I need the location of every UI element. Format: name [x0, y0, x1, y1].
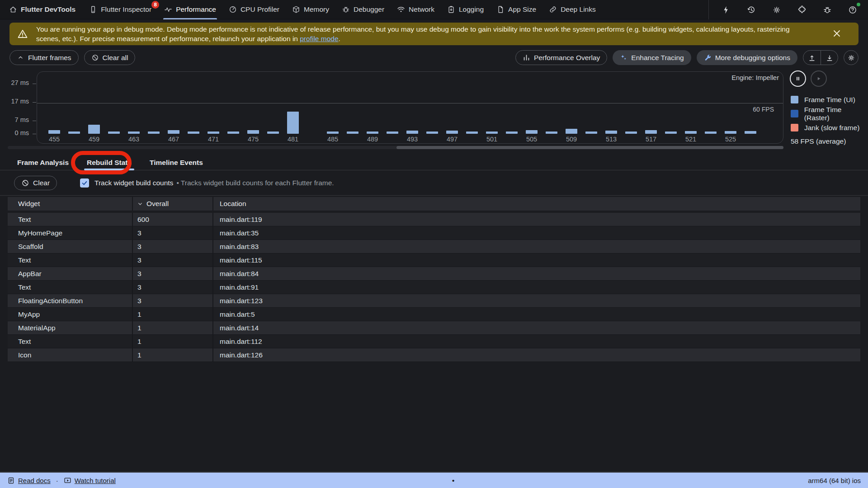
nav-tab-cpu-profiler[interactable]: CPU Profiler — [222, 0, 286, 19]
nav-tab-logging[interactable]: Logging — [441, 0, 490, 19]
enhance-tracing-button[interactable]: Enhance Tracing — [613, 50, 691, 65]
pause-recording-button[interactable] — [790, 70, 806, 87]
table-row-materialapp-14[interactable]: MaterialApp1main.dart:14 — [8, 321, 860, 335]
nav-tab-performance[interactable]: Performance — [158, 0, 222, 19]
column-header-overall[interactable]: Overall — [133, 197, 213, 211]
rebuild-stats-controls: Clear Track widget build counts • Tracks… — [14, 176, 334, 190]
nav-home[interactable]: Flutter DevTools — [6, 0, 83, 19]
clear-button[interactable]: Clear — [14, 176, 57, 190]
read-docs-link[interactable]: Read docs — [7, 477, 51, 484]
watch-tutorial-link[interactable]: Watch tutorial — [64, 477, 116, 484]
frame-bar[interactable] — [148, 131, 160, 134]
history-icon — [747, 5, 756, 14]
nav-tab-memory[interactable]: Memory — [286, 0, 335, 19]
help-button[interactable] — [840, 0, 865, 19]
tab-frame-analysis[interactable]: Frame Analysis — [8, 155, 78, 170]
cell-widget: Text — [8, 335, 133, 348]
table-row-myhomepage-35[interactable]: MyHomePage3main.dart:35 — [8, 226, 860, 240]
frame-bar[interactable] — [188, 131, 199, 134]
chart-legend: Frame Time (UI)Frame Time (Raster)Jank (… — [791, 95, 868, 137]
cell-overall: 3 — [133, 253, 213, 267]
frame-bar[interactable] — [108, 131, 120, 134]
frame-bar[interactable] — [745, 131, 756, 134]
frame-bar-513[interactable] — [605, 131, 617, 134]
table-row-scaffold-83[interactable]: Scaffold3main.dart:83 — [8, 240, 860, 253]
frame-bar-493[interactable] — [406, 131, 418, 134]
nav-tab-flutter-inspector[interactable]: Flutter Inspector8 — [83, 0, 158, 19]
frame-bar[interactable] — [267, 131, 279, 134]
link-icon — [549, 5, 557, 14]
flutter-frames-toggle[interactable]: Flutter frames — [9, 50, 79, 65]
nav-tab-network[interactable]: Network — [391, 0, 441, 19]
help-icon — [848, 5, 857, 14]
frame-bar[interactable] — [68, 131, 80, 134]
cell-location: main.dart:83 — [213, 240, 860, 253]
frame-bar[interactable] — [585, 131, 597, 134]
chart-settings-button[interactable] — [844, 50, 859, 65]
clear-all-button[interactable]: Clear all — [84, 50, 136, 65]
frame-bar-459[interactable] — [88, 125, 100, 134]
chart-scrollbar-track[interactable] — [8, 146, 783, 149]
frame-bar[interactable] — [705, 131, 717, 134]
frame-bar-497[interactable] — [446, 131, 458, 134]
table-row-text-119[interactable]: Text600main.dart:119 — [8, 213, 860, 226]
frame-bar-485[interactable] — [327, 131, 339, 134]
report-bug-button[interactable] — [815, 0, 840, 19]
cell-overall: 600 — [133, 213, 213, 226]
table-row-appbar-84[interactable]: AppBar3main.dart:84 — [8, 267, 860, 281]
frame-bar-509[interactable] — [566, 129, 577, 134]
history-button[interactable] — [739, 0, 764, 19]
settings-button[interactable] — [764, 0, 789, 19]
table-row-myapp-5[interactable]: MyApp1main.dart:5 — [8, 308, 860, 321]
import-button[interactable] — [821, 51, 838, 65]
frame-bar[interactable] — [665, 131, 677, 134]
y-axis-tick-mark — [33, 121, 36, 121]
export-button[interactable] — [803, 51, 821, 65]
frame-bar[interactable] — [227, 131, 239, 134]
frame-bar[interactable] — [625, 131, 637, 134]
frame-bar-505[interactable] — [526, 130, 538, 134]
table-row-floatingactionbutton-123[interactable]: FloatingActionButton3main.dart:123 — [8, 294, 860, 308]
frame-bar[interactable] — [426, 131, 438, 134]
banner-close-button[interactable] — [824, 28, 850, 40]
table-row-text-115[interactable]: Text3main.dart:115 — [8, 253, 860, 267]
frame-bar-475[interactable] — [247, 130, 259, 134]
nav-tab-deep-links[interactable]: Deep Links — [542, 0, 602, 19]
extensions-button[interactable] — [789, 0, 815, 19]
frame-bar-501[interactable] — [486, 131, 498, 134]
chart-scrollbar-thumb[interactable] — [396, 146, 783, 149]
frame-bar[interactable] — [466, 131, 478, 134]
cell-widget: Text — [8, 281, 133, 294]
frame-bar[interactable] — [506, 131, 518, 134]
nav-tab-debugger[interactable]: Debugger — [335, 0, 391, 19]
frame-bar-489[interactable] — [367, 131, 378, 134]
frame-bar-521[interactable] — [685, 131, 697, 134]
table-row-text-112[interactable]: Text1main.dart:112 — [8, 335, 860, 348]
frame-bar-463[interactable] — [128, 131, 140, 134]
frame-bar[interactable] — [387, 131, 398, 134]
frame-bar-525[interactable] — [725, 131, 736, 134]
frame-bar-481[interactable] — [287, 112, 299, 134]
banner-text-period: . — [339, 35, 340, 42]
performance-overlay-button[interactable]: Performance Overlay — [515, 50, 607, 65]
frame-bar-467[interactable] — [168, 130, 179, 134]
pause-icon — [794, 75, 802, 83]
frame-bar[interactable] — [546, 131, 557, 134]
track-widget-builds-checkbox[interactable] — [80, 178, 89, 188]
hot-restart-button[interactable] — [713, 0, 739, 19]
tab-rebuild-stats[interactable]: Rebuild Stats — [78, 155, 141, 170]
profile-mode-link[interactable]: profile mode — [300, 35, 338, 42]
tab-timeline-events[interactable]: Timeline Events — [141, 155, 212, 170]
more-debugging-options-button[interactable]: More debugging options — [697, 50, 797, 65]
frame-bar-471[interactable] — [208, 131, 219, 134]
nav-tab-app-size[interactable]: App Size — [490, 0, 542, 19]
table-row-text-91[interactable]: Text3main.dart:91 — [8, 281, 860, 294]
table-row-icon-126[interactable]: Icon1main.dart:126 — [8, 348, 860, 362]
resume-recording-button[interactable] — [811, 70, 827, 87]
frame-bar-517[interactable] — [645, 130, 657, 134]
performance-toolbar: Flutter frames Clear all Performance Ove… — [0, 50, 868, 65]
column-header-location[interactable]: Location — [213, 197, 860, 211]
column-header-widget[interactable]: Widget — [8, 197, 133, 211]
frame-bar-455[interactable] — [48, 130, 60, 134]
frame-bar[interactable] — [347, 131, 359, 134]
